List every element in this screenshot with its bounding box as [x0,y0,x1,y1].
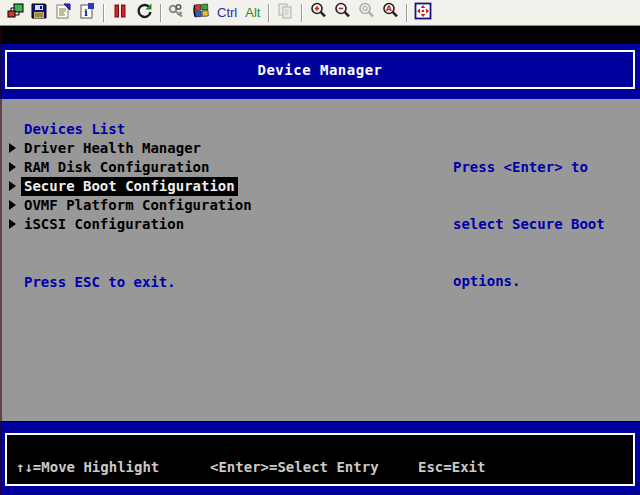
key-help-box: ↑↓=Move Highlight <Enter>=Select Entry E… [5,433,635,486]
submenu-arrow-icon [9,200,16,210]
context-help-line: Press <Enter> to [453,158,633,177]
zoom-auto-button[interactable]: A [378,2,402,24]
submenu-arrow-icon [9,181,16,191]
windows-key-button[interactable] [189,2,213,24]
copy-icon [277,3,293,23]
device-manager-body: Devices List Driver Health Manager RAM D… [0,99,640,421]
keys-icon [168,3,186,23]
context-help-text: Press <Enter> to select Secure Boot opti… [453,120,633,329]
menu-header-label: Devices List [24,120,125,139]
context-help-line: options. [453,272,633,291]
zoom-in-icon [310,2,327,23]
svg-text:A: A [386,4,392,13]
menu-item-label: OVMF Platform Configuration [24,196,252,215]
menu-item-label-selected: Secure Boot Configuration [21,177,238,196]
menu-item-driver-health-manager[interactable]: Driver Health Manager [0,139,440,158]
refresh-button[interactable] [132,2,156,24]
menu-item-ram-disk-configuration[interactable]: RAM Disk Configuration [0,158,440,177]
save-icon [31,3,47,23]
connection-info-button[interactable]: i [75,2,99,24]
key-help-bar: ↑↓=Move Highlight <Enter>=Select Entry E… [0,421,640,495]
toolbar-separator [301,4,302,22]
toolbar-separator [268,4,269,22]
toolbar-separator [160,4,161,22]
new-connection-icon [6,2,24,24]
connection-options-button[interactable] [51,2,75,24]
submenu-arrow-icon [9,162,16,172]
submenu-arrow-icon [9,143,16,153]
copy-button [273,2,297,24]
menu-header-devices-list: Devices List [0,120,440,139]
save-session-button[interactable] [27,2,51,24]
zoom-in-button[interactable] [306,2,330,24]
zoom-out-icon [334,2,351,23]
ctrl-alt-del-button[interactable] [165,2,189,24]
connection-options-icon [55,3,71,23]
alt-key-button[interactable]: Alt [241,5,264,20]
footer-select-entry-hint: <Enter>=Select Entry [210,459,379,475]
toolbar-separator [406,4,407,22]
menu-item-label: Driver Health Manager [24,139,201,158]
title-box: Device Manager [5,50,635,89]
page-title: Device Manager [257,62,382,78]
info-icon: i [79,3,95,23]
pause-button[interactable] [108,2,132,24]
fullscreen-icon [414,2,432,24]
menu-item-label: iSCSI Configuration [24,215,184,234]
footer-esc-exit-hint: Esc=Exit [418,459,485,475]
fullscreen-button[interactable] [411,2,435,24]
menu-item-iscsi-configuration[interactable]: iSCSI Configuration [0,215,440,234]
menu-item-ovmf-platform-configuration[interactable]: OVMF Platform Configuration [0,196,440,215]
submenu-arrow-icon [9,219,16,229]
window-left-edge [0,27,2,495]
zoom-100-icon [358,2,375,23]
windows-logo-icon [192,2,210,23]
title-bar: Device Manager [0,44,640,99]
context-help-line: select Secure Boot [453,215,633,234]
esc-exit-hint: Press ESC to exit. [24,273,176,292]
vnc-viewer-window: i [0,0,640,495]
menu-item-secure-boot-configuration[interactable]: Secure Boot Configuration [0,177,440,196]
new-connection-button[interactable] [3,2,27,24]
zoom-out-button[interactable] [330,2,354,24]
menu-item-label: RAM Disk Configuration [24,158,209,177]
zoom-auto-icon: A [382,2,399,23]
footer-move-highlight-hint: ↑↓=Move Highlight [16,459,159,475]
vnc-toolbar: i [0,0,640,26]
firmware-screen: Device Manager Devices List Driver Healt… [0,27,640,495]
refresh-icon [136,2,153,23]
pause-icon [113,3,127,23]
toolbar-separator [103,4,104,22]
ctrl-key-button[interactable]: Ctrl [213,5,241,20]
svg-text:i: i [84,7,88,18]
zoom-100-button [354,2,378,24]
